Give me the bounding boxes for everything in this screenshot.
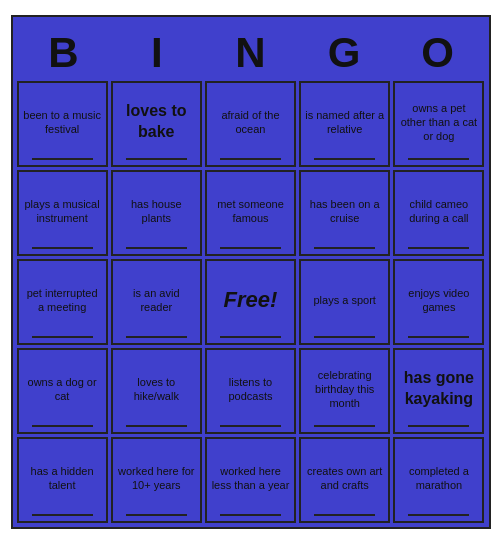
- bingo-header: BINGO: [17, 21, 485, 81]
- bingo-letter-g: G: [300, 29, 388, 77]
- bingo-cell-11[interactable]: is an avid reader: [111, 259, 202, 345]
- cell-text-2: afraid of the ocean: [211, 108, 290, 137]
- bingo-cell-9[interactable]: child cameo during a call: [393, 170, 484, 256]
- bingo-cell-18[interactable]: celebrating birthday this month: [299, 348, 390, 434]
- cell-text-15: owns a dog or cat: [23, 375, 102, 404]
- cell-text-19: has gone kayaking: [399, 368, 478, 410]
- cell-text-20: has a hidden talent: [23, 464, 102, 493]
- bingo-cell-13[interactable]: plays a sport: [299, 259, 390, 345]
- bingo-letter-b: B: [19, 29, 107, 77]
- bingo-cell-3[interactable]: is named after a relative: [299, 81, 390, 167]
- cell-text-5: plays a musical instrument: [23, 197, 102, 226]
- cell-text-21: worked here for 10+ years: [117, 464, 196, 493]
- cell-text-3: is named after a relative: [305, 108, 384, 137]
- cell-text-11: is an avid reader: [117, 286, 196, 315]
- cell-text-22: worked here less than a year: [211, 464, 290, 493]
- bingo-cell-19[interactable]: has gone kayaking: [393, 348, 484, 434]
- bingo-letter-o: O: [394, 29, 482, 77]
- cell-text-9: child cameo during a call: [399, 197, 478, 226]
- bingo-card: BINGO been to a music festivalloves to b…: [11, 15, 491, 529]
- bingo-cell-5[interactable]: plays a musical instrument: [17, 170, 108, 256]
- cell-text-0: been to a music festival: [23, 108, 102, 137]
- cell-text-4: owns a pet other than a cat or dog: [399, 101, 478, 144]
- bingo-letter-i: I: [113, 29, 201, 77]
- bingo-cell-12[interactable]: Free!: [205, 259, 296, 345]
- bingo-cell-22[interactable]: worked here less than a year: [205, 437, 296, 523]
- cell-text-12: Free!: [224, 286, 278, 315]
- cell-text-17: listens to podcasts: [211, 375, 290, 404]
- cell-text-7: met someone famous: [211, 197, 290, 226]
- bingo-cell-8[interactable]: has been on a cruise: [299, 170, 390, 256]
- cell-text-24: completed a marathon: [399, 464, 478, 493]
- bingo-cell-10[interactable]: pet interrupted a meeting: [17, 259, 108, 345]
- bingo-cell-1[interactable]: loves to bake: [111, 81, 202, 167]
- bingo-grid: been to a music festivalloves to bakeafr…: [17, 81, 485, 523]
- bingo-cell-21[interactable]: worked here for 10+ years: [111, 437, 202, 523]
- bingo-cell-15[interactable]: owns a dog or cat: [17, 348, 108, 434]
- cell-text-13: plays a sport: [314, 293, 376, 307]
- bingo-cell-20[interactable]: has a hidden talent: [17, 437, 108, 523]
- bingo-cell-16[interactable]: loves to hike/walk: [111, 348, 202, 434]
- cell-text-23: creates own art and crafts: [305, 464, 384, 493]
- cell-text-6: has house plants: [117, 197, 196, 226]
- cell-text-8: has been on a cruise: [305, 197, 384, 226]
- bingo-cell-7[interactable]: met someone famous: [205, 170, 296, 256]
- bingo-cell-24[interactable]: completed a marathon: [393, 437, 484, 523]
- bingo-cell-6[interactable]: has house plants: [111, 170, 202, 256]
- cell-text-18: celebrating birthday this month: [305, 368, 384, 411]
- cell-text-10: pet interrupted a meeting: [23, 286, 102, 315]
- bingo-cell-2[interactable]: afraid of the ocean: [205, 81, 296, 167]
- bingo-cell-17[interactable]: listens to podcasts: [205, 348, 296, 434]
- cell-text-1: loves to bake: [117, 101, 196, 143]
- cell-text-14: enjoys video games: [399, 286, 478, 315]
- bingo-cell-4[interactable]: owns a pet other than a cat or dog: [393, 81, 484, 167]
- bingo-letter-n: N: [206, 29, 294, 77]
- bingo-cell-14[interactable]: enjoys video games: [393, 259, 484, 345]
- cell-text-16: loves to hike/walk: [117, 375, 196, 404]
- bingo-cell-23[interactable]: creates own art and crafts: [299, 437, 390, 523]
- bingo-cell-0[interactable]: been to a music festival: [17, 81, 108, 167]
